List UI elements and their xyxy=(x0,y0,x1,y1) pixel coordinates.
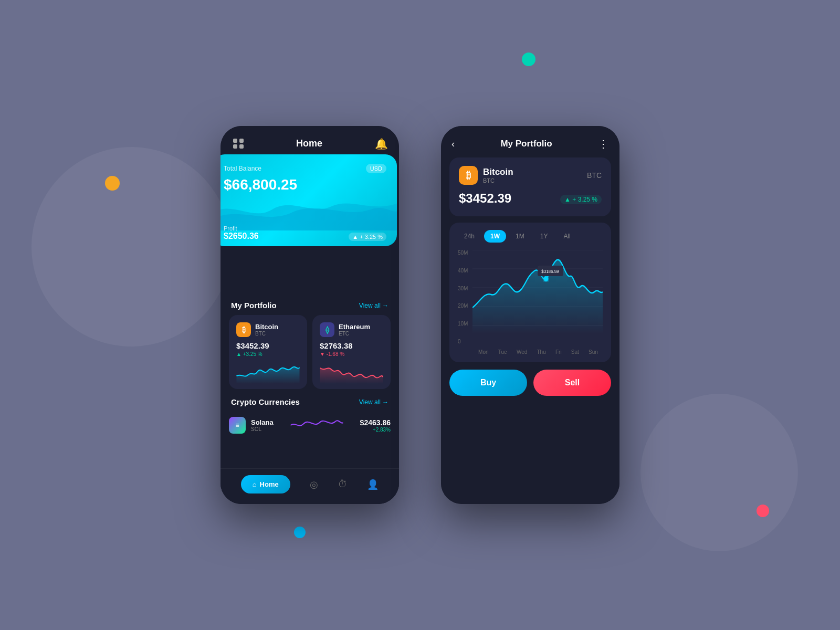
dot-blue xyxy=(294,527,306,538)
chart-nav-icon[interactable]: ◎ xyxy=(310,479,318,490)
btc-mini-chart xyxy=(236,360,300,384)
eth-change: ▼ -1.68 % xyxy=(320,351,383,357)
dot-orange xyxy=(105,176,120,191)
more-button[interactable]: ⋮ xyxy=(598,138,609,150)
svg-point-5 xyxy=(544,276,549,281)
home-nav-icon: ⌂ xyxy=(253,480,257,488)
home-nav-button[interactable]: ⌂ Home xyxy=(241,475,290,494)
tab-24h[interactable]: 24h xyxy=(458,230,481,243)
solana-icon: ≡ xyxy=(229,417,246,434)
balance-card: Total Balance USD $66,800.25 xyxy=(220,154,397,246)
btc-detail-change: ▲ + 3.25 % xyxy=(560,195,602,204)
back-button[interactable]: ‹ xyxy=(452,139,455,150)
btc-large-icon: ₿ xyxy=(459,166,478,185)
x-label-sun: Sun xyxy=(589,349,598,355)
solana-row[interactable]: ≡ Solana SOL $2463.86 +2.83% xyxy=(220,412,399,439)
x-label-tue: Tue xyxy=(498,349,507,355)
crypto-view-all[interactable]: View all → xyxy=(359,398,388,406)
phones-container: Home 🔔 Total Balance USD $66,800.25 xyxy=(220,126,620,504)
action-buttons: Buy Sell xyxy=(449,370,611,396)
btc-change: ▲ +3.25 % xyxy=(236,351,300,357)
btc-symbol: BTC xyxy=(255,331,278,337)
x-axis: Mon Tue Wed Thu Fri Sat Sun xyxy=(474,349,603,355)
x-label-wed: Wed xyxy=(517,349,527,355)
x-label-thu: Thu xyxy=(537,349,545,355)
eth-name: Ethareum xyxy=(339,323,370,331)
sell-button[interactable]: Sell xyxy=(533,370,611,396)
btc-price: $3452.39 xyxy=(236,341,300,350)
bell-icon[interactable]: 🔔 xyxy=(375,138,386,149)
y-axis: 50M 40M 30M 20M 10M 0 xyxy=(458,250,468,344)
chart-tabs: 24h 1W 1M 1Y All xyxy=(458,230,603,243)
x-label-mon: Mon xyxy=(478,349,488,355)
crypto-header: Crypto Currencies View all → xyxy=(220,389,399,412)
eth-price: $2763.38 xyxy=(320,341,383,350)
portfolio-header: My Portfolio View all → xyxy=(220,293,399,315)
ethereum-card[interactable]: ⟠ Ethareum ETC $2763.38 ▼ -1.68 % xyxy=(312,315,391,389)
btc-name: Bitcoin xyxy=(255,323,278,331)
bottom-nav: ⌂ Home ◎ ⏱ 👤 xyxy=(220,468,399,504)
profile-nav-icon[interactable]: 👤 xyxy=(367,479,379,490)
wave-decoration xyxy=(220,188,397,230)
btc-detail-card: ₿ Bitcoin BTC BTC $3452.39 ▲ + 3.25 % xyxy=(449,158,611,216)
phone-portfolio: ‹ My Portfolio ⋮ ₿ Bitcoin BTC BTC xyxy=(441,126,620,504)
bg-decoration-right xyxy=(640,394,798,551)
history-nav-icon[interactable]: ⏱ xyxy=(338,479,348,490)
solana-name: Solana xyxy=(251,418,274,426)
btc-detail-price: $3452.39 xyxy=(459,191,511,206)
tab-1y[interactable]: 1Y xyxy=(534,230,554,243)
home-nav-label: Home xyxy=(260,480,279,488)
eth-symbol: ETC xyxy=(339,331,370,337)
solana-price: $2463.86 xyxy=(360,418,391,427)
balance-label: Total Balance xyxy=(224,165,261,172)
portfolio-grid: ₿ Bitcoin BTC $3452.39 ▲ +3.25 % xyxy=(220,315,399,389)
x-label-sat: Sat xyxy=(571,349,579,355)
eth-coin-icon: ⟠ xyxy=(320,322,334,337)
x-label-fri: Fri xyxy=(555,349,562,355)
tab-all[interactable]: All xyxy=(557,230,576,243)
phone1-title: Home xyxy=(296,138,322,149)
profit-label: Profit xyxy=(224,225,259,232)
crypto-title: Crypto Currencies xyxy=(231,397,300,406)
btc-detail-name: Bitcoin xyxy=(483,167,513,177)
solana-symbol: SOL xyxy=(251,426,274,432)
solana-price-section: $2463.86 +2.83% xyxy=(360,418,391,433)
solana-wave-chart xyxy=(279,417,355,433)
btc-symbol-right: BTC xyxy=(587,171,602,180)
portfolio-view-all[interactable]: View all → xyxy=(359,302,388,309)
buy-button[interactable]: Buy xyxy=(449,370,527,396)
eth-mini-chart xyxy=(320,360,383,384)
btc-coin-icon: ₿ xyxy=(236,322,251,337)
solana-change: +2.83% xyxy=(360,427,391,433)
phone2-title: My Portfolio xyxy=(500,139,552,149)
tab-1m[interactable]: 1M xyxy=(509,230,531,243)
dot-teal xyxy=(522,52,536,66)
profit-change: ▲ + 3.25 % xyxy=(349,233,386,241)
btc-detail-symbol: BTC xyxy=(483,177,513,184)
chart-area: 50M 40M 30M 20M 10M 0 xyxy=(458,250,603,355)
dot-pink xyxy=(757,505,769,517)
portfolio-title: My Portfolio xyxy=(231,301,277,310)
profit-amount: $2650.36 xyxy=(224,232,259,241)
svg-text:$3186.59: $3186.59 xyxy=(541,269,559,275)
phone-home: Home 🔔 Total Balance USD $66,800.25 xyxy=(220,126,399,504)
chart-svg: $3186.59 xyxy=(472,250,603,344)
phone2-header: ‹ My Portfolio ⋮ xyxy=(441,126,620,158)
grid-icon[interactable] xyxy=(233,139,244,149)
bitcoin-card[interactable]: ₿ Bitcoin BTC $3452.39 ▲ +3.25 % xyxy=(229,315,307,389)
currency-badge[interactable]: USD xyxy=(366,164,386,173)
phone1-header: Home 🔔 xyxy=(220,126,399,154)
tab-1w[interactable]: 1W xyxy=(484,230,506,243)
bg-decoration-left xyxy=(32,147,231,346)
chart-container: 24h 1W 1M 1Y All 50M 40M 30M 20M 10M 0 xyxy=(449,223,611,362)
